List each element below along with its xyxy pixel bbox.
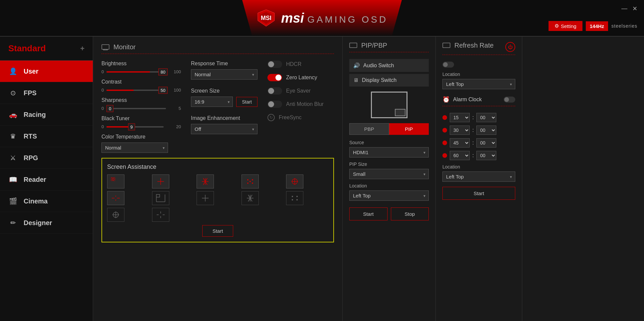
- source-select[interactable]: HDMI1 HDMI2 DP1: [349, 147, 429, 158]
- alarm-hour-3[interactable]: 60: [450, 151, 470, 160]
- screen-assist-start-button[interactable]: Start: [202, 225, 234, 237]
- minimize-button[interactable]: —: [621, 5, 627, 12]
- refresh-toggle[interactable]: [442, 62, 454, 68]
- middle-column: Response Time Normal Fast Fastest Screen…: [191, 61, 257, 153]
- display-switch-row[interactable]: 🖥 Display Switch: [349, 74, 429, 87]
- response-time-select[interactable]: Normal Fast Fastest: [191, 69, 257, 80]
- alarm-toggle[interactable]: [504, 97, 515, 103]
- sidebar-label-rpg: RPG: [24, 154, 38, 162]
- image-enhance-group: Image Enhancement Off Weak Medium Strong: [191, 115, 257, 134]
- screen-size-start-button[interactable]: Start: [236, 97, 257, 107]
- black-tuner-slider-row: 0 9 20: [101, 124, 181, 129]
- alarm-hour-0[interactable]: 15: [450, 113, 470, 122]
- assist-icon-8[interactable]: [242, 191, 259, 205]
- alarm-hour-2[interactable]: 45: [450, 138, 470, 148]
- refresh-power-button[interactable]: ⏻: [505, 42, 515, 52]
- sidebar-label-designer: Designer: [24, 219, 52, 227]
- pip-size-select[interactable]: Small Medium Large: [349, 169, 429, 179]
- alarm-location-select[interactable]: Left Top Right Top Left Bottom Right Bot…: [442, 171, 515, 182]
- pip-tabs: PBP PIP: [349, 123, 429, 135]
- contrast-label: Contrast: [101, 79, 181, 85]
- pip-panel: PIP/PBP 🔊 Audio Switch 🖥 Display Switch: [343, 37, 436, 321]
- alarm-hour-1[interactable]: 30: [450, 126, 470, 135]
- svg-rect-3: [102, 45, 109, 49]
- refresh-location-wrapper: Left Top Right Top Left Bottom Right Bot…: [442, 79, 515, 89]
- alarm-min-3[interactable]: 00: [476, 151, 496, 160]
- alarm-min-0[interactable]: 00: [476, 113, 496, 122]
- sidebar-item-user[interactable]: 👤 User: [0, 61, 93, 82]
- sidebar-item-racing[interactable]: 🚗 Racing: [0, 104, 93, 126]
- audio-switch-label: Audio Switch: [363, 63, 425, 69]
- assist-icon-2[interactable]: [197, 174, 214, 188]
- pip-title-text: PIP/PBP: [361, 42, 387, 49]
- black-tuner-max: 20: [176, 124, 181, 129]
- brightness-track[interactable]: 80: [106, 71, 161, 73]
- hdcr-toggle[interactable]: [267, 61, 282, 68]
- assist-icon-10[interactable]: [107, 208, 124, 222]
- pip-start-button[interactable]: Start: [349, 207, 388, 220]
- color-temp-label: Color Temperature: [101, 134, 181, 140]
- contrast-max: 100: [174, 88, 181, 93]
- anti-motion-toggle[interactable]: [267, 101, 282, 108]
- anti-motion-label: Anti Motion Blur: [286, 101, 324, 107]
- assist-icon-5[interactable]: [107, 191, 124, 205]
- pip-preview-box: [371, 92, 407, 118]
- setting-label: Setting: [561, 23, 576, 29]
- svg-rect-49: [443, 43, 450, 48]
- sidebar-item-rpg[interactable]: ⚔ RPG: [0, 147, 93, 169]
- screen-size-select[interactable]: 16:9 4:3 Auto: [191, 97, 233, 107]
- right-panels: PIP/PBP 🔊 Audio Switch 🖥 Display Switch: [343, 37, 644, 321]
- pip-location-wrapper: Left Top Right Top Left Bottom Right Bot…: [349, 190, 429, 201]
- sidebar-item-designer[interactable]: ✏ Designer: [0, 212, 93, 234]
- zero-latency-toggle[interactable]: [267, 74, 282, 81]
- assist-icon-11[interactable]: [152, 208, 169, 222]
- sidebar-item-cinema[interactable]: 🎬 Cinema: [0, 190, 93, 212]
- response-time-label: Response Time: [191, 61, 257, 67]
- setting-button[interactable]: ⚙ Setting: [549, 21, 582, 31]
- eye-saver-toggle[interactable]: [267, 87, 282, 95]
- reader-icon: 📖: [8, 175, 18, 184]
- add-profile-button[interactable]: +: [80, 44, 84, 53]
- alarm-divider: [442, 106, 515, 106]
- assist-icon-9[interactable]: [286, 191, 303, 205]
- main-layout: Standard + 👤 User ⊙ FPS 🚗 Racing ♛ RTS ⚔…: [0, 37, 644, 321]
- close-button[interactable]: ✕: [632, 5, 637, 12]
- refresh-rate-panel: Refresh Rate ⏻ Location Left Top Right T…: [436, 37, 522, 321]
- assist-icon-7[interactable]: [197, 191, 214, 205]
- audio-switch-row[interactable]: 🔊 Audio Switch: [349, 59, 429, 72]
- contrast-slider-row: 0 50 100: [101, 88, 181, 93]
- pip-preview: [349, 92, 429, 118]
- assist-icon-0[interactable]: [107, 174, 124, 188]
- sidebar-item-rts[interactable]: ♛ RTS: [0, 126, 93, 147]
- sidebar-item-reader[interactable]: 📖 Reader: [0, 169, 93, 190]
- logo-msi: msi: [281, 11, 304, 26]
- color-temp-select[interactable]: Normal Warm Cool Custom: [101, 143, 168, 153]
- sharpness-track[interactable]: 0: [106, 108, 166, 109]
- black-tuner-track[interactable]: 9: [106, 126, 163, 128]
- assist-icon-1[interactable]: [152, 174, 169, 188]
- alarm-min-1[interactable]: 00: [476, 126, 496, 135]
- monitor-divider: [101, 54, 334, 54]
- assist-icon-3[interactable]: [242, 174, 259, 188]
- pbp-tab[interactable]: PBP: [349, 123, 389, 135]
- alarm-min-2[interactable]: 00: [476, 138, 496, 148]
- image-enhance-select[interactable]: Off Weak Medium Strong: [191, 124, 257, 134]
- screen-assist-box: Screen Assistance: [101, 158, 334, 242]
- pip-location-select[interactable]: Left Top Right Top Left Bottom Right Bot…: [349, 190, 429, 201]
- contrast-value: 50: [158, 87, 168, 94]
- contrast-track[interactable]: 50: [106, 90, 161, 91]
- sidebar-item-fps[interactable]: ⊙ FPS: [0, 82, 93, 104]
- sidebar-header: Standard +: [0, 37, 93, 61]
- refresh-location-select[interactable]: Left Top Right Top Left Bottom Right Bot…: [442, 79, 515, 89]
- brightness-max: 100: [174, 69, 181, 74]
- alarm-start-button[interactable]: Start: [442, 187, 515, 200]
- pip-tab[interactable]: PIP: [389, 123, 429, 135]
- screen-size-group: Screen Size 16:9 4:3 Auto Start: [191, 88, 257, 107]
- pip-stop-button[interactable]: Stop: [391, 207, 429, 220]
- screen-assist-title: Screen Assistance: [107, 163, 328, 170]
- assist-icon-4[interactable]: [286, 174, 303, 188]
- refresh-location-label: Location: [442, 72, 515, 77]
- assist-icon-6[interactable]: [152, 191, 169, 205]
- alarm-title-text: Alarm Clock: [453, 97, 482, 103]
- zero-latency-label: Zero Latency: [286, 75, 317, 81]
